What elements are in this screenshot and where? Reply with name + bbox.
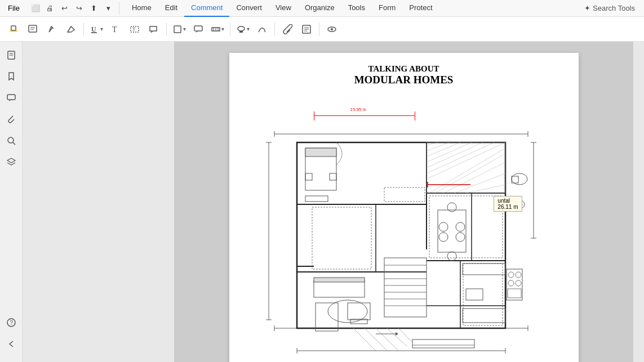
menu-edit[interactable]: Edit — [158, 0, 184, 17]
tooltip-value: 26.11 m — [498, 204, 518, 210]
svg-text:T: T — [132, 26, 136, 32]
right-sidebar — [633, 42, 644, 362]
shape-dropdown-arrow[interactable]: ▾ — [183, 26, 186, 32]
underline-tool-btn[interactable]: U ▾ — [87, 20, 105, 38]
red-dim-line-top — [314, 115, 415, 116]
eraser-tool-btn[interactable] — [62, 20, 80, 38]
menu-home[interactable]: Home — [125, 0, 158, 17]
underline-dropdown-arrow[interactable]: ▾ — [100, 26, 103, 32]
highlight-tool-btn[interactable] — [5, 20, 23, 38]
svg-point-106 — [516, 280, 521, 286]
undo-btn[interactable]: ↩ — [58, 2, 72, 15]
sidebar-pages-icon[interactable] — [2, 46, 20, 64]
text-tool-btn[interactable]: T — [106, 20, 125, 38]
text-box-btn[interactable]: T — [126, 20, 144, 38]
floor-plan: 15.95 in untal 26.11 m — [263, 92, 545, 362]
print-btn[interactable]: 🖨 — [43, 2, 57, 15]
svg-text:U: U — [91, 25, 96, 33]
search-tools-icon: ✦ — [584, 4, 590, 12]
toolbar: U ▾ T T ▾ ▾ ▾ — [0, 17, 644, 42]
stamp-dropdown-arrow[interactable]: ▾ — [247, 26, 250, 32]
menu-view[interactable]: View — [269, 0, 298, 17]
svg-point-103 — [508, 272, 514, 278]
pen-tool-btn[interactable] — [43, 20, 61, 38]
svg-rect-13 — [194, 26, 202, 31]
menu-convert[interactable]: Convert — [229, 0, 269, 17]
document-page: TALKING ABOUT MODULAR HOMES 15.95 in unt… — [229, 53, 579, 362]
nav-menu: Home Edit Comment Convert View Organize … — [119, 0, 578, 17]
note-tool-btn[interactable] — [297, 20, 316, 38]
red-dim-line-left — [314, 111, 314, 120]
page-title: TALKING ABOUT — [368, 64, 439, 74]
thumbnail-panel — [23, 42, 175, 362]
measure-tool-btn[interactable]: ▾ — [208, 20, 226, 38]
sep4 — [274, 23, 275, 36]
svg-point-104 — [516, 272, 521, 278]
svg-point-30 — [8, 137, 14, 143]
svg-rect-29 — [7, 95, 15, 100]
svg-rect-11 — [150, 26, 157, 31]
svg-rect-12 — [174, 26, 181, 33]
svg-line-114 — [353, 328, 376, 351]
floor-plan-svg — [263, 92, 545, 356]
search-tools-label: Search Tools — [593, 4, 635, 12]
dim-text: 15.95 in — [350, 107, 366, 112]
stamp-tool-btn[interactable]: ▾ — [234, 20, 252, 38]
red-dim-line-right — [415, 111, 415, 120]
svg-point-25 — [331, 28, 333, 30]
svg-text:?: ? — [10, 320, 13, 326]
sidebar-help-icon[interactable]: ? — [2, 314, 20, 332]
sep1 — [83, 23, 84, 36]
svg-text:T: T — [112, 25, 117, 34]
page-subtitle: MODULAR HOMES — [354, 74, 454, 86]
svg-rect-102 — [507, 269, 522, 300]
menu-organize[interactable]: Organize — [298, 0, 341, 17]
svg-rect-2 — [29, 25, 37, 32]
dropdown-btn[interactable]: ▾ — [102, 2, 116, 15]
measurement-tooltip: untal 26.11 m — [494, 196, 522, 212]
svg-rect-107 — [508, 289, 521, 298]
quick-access-toolbar: ⬜ 🖨 ↩ ↪ ⬆ ▾ — [25, 2, 119, 15]
menu-protect[interactable]: Protect — [402, 0, 439, 17]
svg-rect-1 — [11, 26, 16, 30]
file-menu[interactable]: File — [2, 0, 25, 16]
svg-line-112 — [376, 328, 398, 351]
svg-rect-116 — [412, 339, 474, 348]
svg-line-111 — [365, 328, 387, 351]
share-btn[interactable]: ⬆ — [87, 2, 101, 15]
sep5 — [319, 23, 319, 36]
sidebar-attachments-icon[interactable] — [2, 110, 20, 128]
sidebar-comments-icon[interactable] — [2, 89, 20, 107]
sep2 — [166, 23, 167, 36]
panel-toggle-btn[interactable]: ⬜ — [29, 2, 42, 15]
svg-point-105 — [508, 280, 514, 286]
main-layout: ? TALKING ABOUT MODULAR HOMES 15.95 in u — [0, 42, 644, 362]
sidebar-collapse-icon[interactable] — [2, 335, 20, 353]
menu-form[interactable]: Form — [372, 0, 402, 17]
menu-comment[interactable]: Comment — [184, 0, 229, 17]
svg-line-113 — [387, 328, 407, 346]
left-sidebar: ? — [0, 42, 23, 362]
svg-point-18 — [238, 26, 245, 31]
menu-tools[interactable]: Tools — [341, 0, 372, 17]
menu-bar: File ⬜ 🖨 ↩ ↪ ⬆ ▾ Home Edit Comment Conve… — [0, 0, 644, 17]
measure-dropdown-arrow[interactable]: ▾ — [221, 26, 224, 32]
sticky-note-btn[interactable] — [24, 20, 42, 38]
svg-rect-60 — [305, 148, 336, 157]
view-tool-btn[interactable] — [323, 20, 341, 38]
sep3 — [230, 23, 230, 36]
sidebar-layers-icon[interactable] — [2, 153, 20, 171]
comment-tool-btn[interactable] — [189, 20, 207, 38]
document-content[interactable]: TALKING ABOUT MODULAR HOMES 15.95 in unt… — [175, 42, 633, 362]
shape-tool-btn[interactable]: ▾ — [170, 20, 188, 38]
svg-marker-119 — [396, 332, 398, 336]
sidebar-search-icon[interactable] — [2, 132, 20, 150]
sidebar-bookmarks-icon[interactable] — [2, 68, 20, 86]
tooltip-label: untal — [498, 198, 518, 204]
redo-btn[interactable]: ↪ — [73, 2, 86, 15]
svg-rect-97 — [314, 278, 365, 282]
attach-tool-btn[interactable] — [278, 20, 296, 38]
drawing-tool-btn[interactable] — [253, 20, 271, 38]
callout-btn[interactable] — [145, 20, 163, 38]
search-tools-btn[interactable]: ✦ Search Tools — [578, 4, 642, 12]
